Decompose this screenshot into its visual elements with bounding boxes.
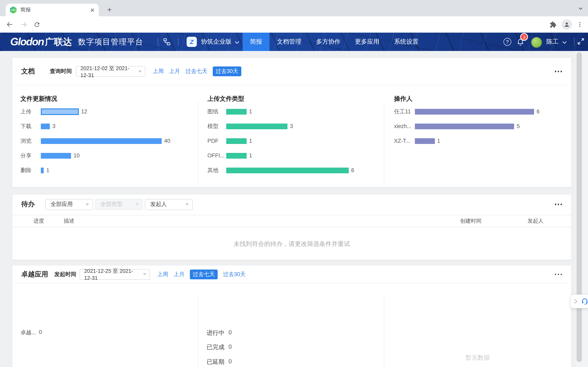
- org-structure-icon[interactable]: [163, 38, 171, 47]
- bar[interactable]: [41, 123, 50, 129]
- chart-row: 图纸1: [208, 104, 382, 119]
- excellence-left-label: 卓越...: [20, 329, 36, 336]
- doc-filter-2[interactable]: 上月: [169, 68, 180, 75]
- caret-down-icon: [86, 203, 89, 205]
- scrollbar-thumb[interactable]: [577, 52, 582, 362]
- tab-close-icon[interactable]: ✕: [90, 7, 95, 13]
- doc-filter-4[interactable]: 过去30天: [213, 67, 241, 76]
- excellence-card: 卓越应用 发起时间 2021-12-25 至 2021-12-31 上周上月过去…: [12, 266, 571, 367]
- nav-item-5[interactable]: 系统设置: [394, 33, 419, 51]
- doc-query-label: 查询时间: [50, 68, 72, 75]
- bar-label: 分享: [20, 152, 41, 159]
- workspace-label: 协筑企业版: [201, 38, 232, 46]
- bar[interactable]: [415, 123, 514, 129]
- excellence-query-label: 发起时间: [54, 271, 76, 278]
- bar-value: 5: [517, 123, 520, 129]
- select-value: 全部类型: [100, 201, 122, 208]
- caret-down-icon: [185, 203, 189, 205]
- workspace-switcher[interactable]: Z 协筑企业版: [187, 33, 239, 51]
- todo-table-header: 进度描述创建时间发起人: [12, 215, 571, 227]
- nav-item-2[interactable]: 文档管理: [277, 33, 301, 51]
- fullscreen-expand-icon[interactable]: [577, 38, 584, 47]
- browser-profile-avatar[interactable]: [562, 19, 572, 30]
- chart-row: 其他6: [208, 163, 382, 178]
- bar-label: 其他: [208, 167, 226, 174]
- user-name: 陈工: [546, 38, 559, 46]
- caret-down-icon: [143, 273, 146, 275]
- bar-label: 模型: [208, 123, 226, 130]
- back-button[interactable]: [5, 20, 15, 29]
- nav-divider: [574, 38, 575, 46]
- excellence-filter-1[interactable]: 上周: [157, 271, 168, 278]
- doc-card-header: 文档 查询时间 2021-12-02 至 2021-12-31 上周上月过去七天…: [12, 58, 571, 85]
- chart-row: PDF1: [208, 133, 382, 148]
- doc-more-button[interactable]: [555, 71, 562, 72]
- chevron-right-icon: [574, 299, 578, 304]
- chart-title: 文件更新情况: [20, 95, 57, 103]
- bar-value: 1: [46, 167, 49, 173]
- bar[interactable]: [41, 153, 71, 158]
- status-row-2: 已完成0: [207, 343, 232, 351]
- doc-date-range-select[interactable]: 2021-12-02 至 2021-12-31: [76, 66, 145, 77]
- bar[interactable]: [226, 138, 247, 144]
- bar-value: 3: [52, 123, 55, 129]
- chart-title: 操作人: [394, 95, 412, 103]
- extensions-puzzle-icon[interactable]: [548, 20, 558, 29]
- tab-title: 简报: [20, 7, 90, 13]
- todo-more-button[interactable]: [555, 204, 562, 205]
- bar[interactable]: [41, 167, 44, 173]
- bar-label: 浏览: [20, 137, 41, 145]
- bar-label: 下载: [20, 123, 41, 130]
- excellence-more-button[interactable]: [555, 274, 562, 275]
- bar[interactable]: [226, 123, 287, 129]
- bar[interactable]: [226, 153, 247, 158]
- doc-card: 文档 查询时间 2021-12-02 至 2021-12-31 上周上月过去七天…: [12, 58, 571, 187]
- bar[interactable]: [415, 138, 435, 144]
- chart-row: 删除1: [20, 163, 196, 178]
- bar[interactable]: [226, 109, 247, 114]
- app-navbar: Glodon 广联达 数字项目管理平台 Z 协筑企业版 简报文档管理多方协作更多…: [0, 33, 588, 51]
- todo-filter-select-3[interactable]: 发起人: [145, 199, 193, 210]
- status-label: 已完成: [207, 343, 224, 351]
- chevron-down-icon: [562, 38, 567, 45]
- status-value: 0: [228, 329, 232, 337]
- bar-value: 10: [73, 152, 80, 159]
- bar-label: xiezh...: [394, 123, 415, 129]
- nav-item-3[interactable]: 多方协作: [316, 33, 341, 51]
- chart-file-updates: 文件更新情况上传12下载3浏览40分享10删除1: [20, 85, 196, 187]
- todo-filter-select-1[interactable]: 全部应用: [45, 199, 93, 210]
- nav-divider: [158, 38, 158, 46]
- notification-badge: 3: [520, 33, 528, 41]
- column-divider: [198, 296, 198, 367]
- excellence-date-range-select[interactable]: 2021-12-25 至 2021-12-31: [80, 269, 150, 280]
- bar[interactable]: [41, 108, 79, 115]
- tab-search-chevron-icon[interactable]: [578, 5, 583, 13]
- excellence-filter-4[interactable]: 过去30天: [223, 271, 246, 278]
- status-value: 0: [228, 343, 232, 351]
- nav-item-4[interactable]: 更多应用: [355, 33, 379, 51]
- excellence-filter-3[interactable]: 过去七天: [190, 269, 218, 279]
- nav-item-1[interactable]: 简报: [242, 33, 269, 51]
- doc-filter-1[interactable]: 上周: [153, 68, 164, 75]
- user-menu[interactable]: 陈工: [546, 33, 567, 51]
- forward-button[interactable]: [19, 20, 29, 29]
- excellence-filter-2[interactable]: 上月: [173, 271, 185, 278]
- bar[interactable]: [415, 109, 534, 114]
- column-divider: [384, 101, 384, 186]
- browser-tabstrip: </> 简报 ✕ +: [0, 0, 588, 16]
- chart-row: 浏览40: [20, 133, 196, 148]
- bar[interactable]: [226, 167, 349, 173]
- support-floating-widget[interactable]: [571, 294, 588, 308]
- help-icon[interactable]: ?: [503, 38, 511, 46]
- todo-filter-select-2: 全部类型: [95, 199, 143, 210]
- bar[interactable]: [41, 138, 162, 144]
- browser-menu-icon[interactable]: [575, 20, 585, 29]
- chart-row: 上传12: [20, 104, 196, 119]
- doc-filter-3[interactable]: 过去七天: [185, 68, 208, 75]
- excellence-date-range-value: 2021-12-25 至 2021-12-31: [84, 267, 140, 281]
- new-tab-button[interactable]: +: [104, 4, 115, 16]
- reload-button[interactable]: [32, 20, 42, 29]
- todo-filter-group: 全部应用全部类型发起人: [45, 199, 193, 210]
- browser-tab[interactable]: </> 简报 ✕: [6, 4, 99, 16]
- user-avatar[interactable]: [531, 37, 542, 48]
